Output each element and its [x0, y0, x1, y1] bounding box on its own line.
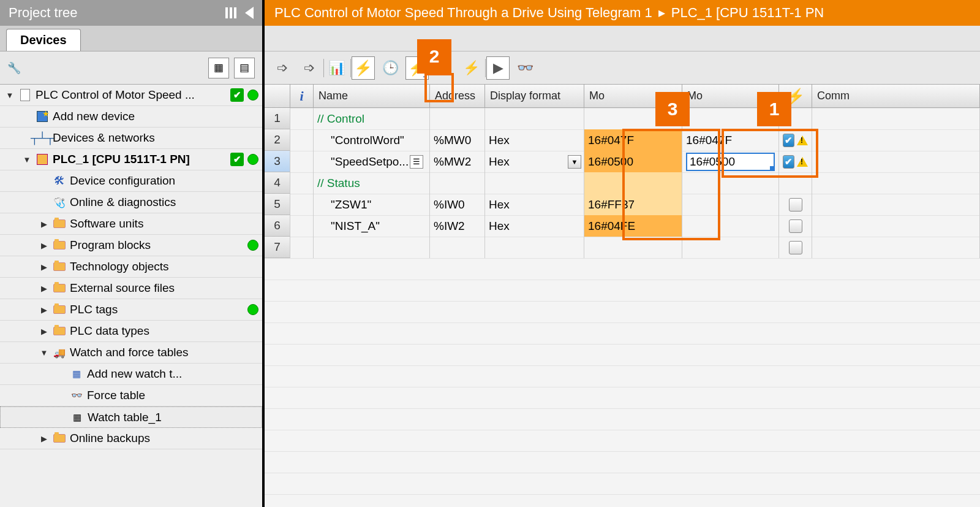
tree-node-icon: 🛠: [53, 174, 66, 188]
tree-item-program-blocks[interactable]: ▶Program blocks: [0, 235, 262, 256]
tree-status-online-icon: [247, 154, 258, 165]
tag-address[interactable]: %IW0: [434, 198, 465, 212]
modify-checkbox[interactable]: [789, 241, 802, 254]
row-number[interactable]: 5: [265, 194, 290, 215]
goto-icon[interactable]: ▶: [486, 56, 510, 80]
insert-row-before-icon[interactable]: ➩: [298, 56, 321, 80]
tree-item-watch-and-force-tables[interactable]: ▼🚚Watch and force tables: [0, 342, 262, 364]
tree-expander-icon[interactable]: ▶: [39, 284, 49, 293]
table-row[interactable]: 7: [265, 237, 980, 258]
watch-table-body[interactable]: 1// Control2"ControlWord"%MW0Hex16#047F1…: [265, 108, 980, 507]
tree-expander-icon[interactable]: ▶: [39, 305, 49, 314]
tree-item-plc-tags[interactable]: ▶PLC tags: [0, 299, 262, 321]
modify-value[interactable]: 16#047F: [686, 134, 732, 147]
tree-expander-icon[interactable]: ▶: [39, 262, 49, 272]
glasses-icon[interactable]: 👓: [513, 56, 537, 80]
col-address[interactable]: Address: [430, 85, 485, 107]
tree-item-online-diagnostics[interactable]: 🩺Online & diagnostics: [0, 192, 262, 213]
tree-item-label: Online backups: [70, 432, 258, 445]
tree-item-plc-1-cpu-1511t-1-pn[interactable]: ▼PLC_1 [CPU 1511T-1 PN]✔: [0, 149, 262, 170]
tree-tool-left-icon[interactable]: 🔧: [7, 61, 21, 75]
tree-item-add-new-device[interactable]: ★Add new device: [0, 106, 262, 128]
tree-expander-icon[interactable]: ▶: [39, 219, 49, 229]
tree-item-label: Program blocks: [70, 238, 244, 252]
row-number[interactable]: 6: [265, 215, 290, 237]
tree-expander-icon[interactable]: ▶: [39, 434, 49, 443]
tab-devices[interactable]: Devices: [6, 29, 81, 51]
tag-address[interactable]: %IW2: [434, 219, 465, 233]
modify-checkbox[interactable]: ✔: [783, 134, 794, 147]
tag-address[interactable]: %MW0: [434, 134, 471, 147]
tree-node-icon: 🩺: [53, 196, 66, 209]
display-format[interactable]: Hex: [489, 155, 510, 169]
tag-name[interactable]: "ControlWord": [331, 134, 404, 147]
row-number[interactable]: 7: [265, 237, 290, 258]
modify-checkbox[interactable]: [789, 198, 802, 212]
tree-item-force-table[interactable]: 👓Force table: [0, 385, 262, 406]
tag-name[interactable]: "NIST_A": [331, 219, 380, 233]
col-comment[interactable]: Comm: [812, 85, 980, 107]
tree-expander-icon[interactable]: ▶: [39, 241, 49, 250]
tree-expander-icon[interactable]: ▼: [22, 155, 32, 164]
monitor-timer-icon[interactable]: 🕒: [379, 56, 402, 80]
tag-address[interactable]: %MW2: [434, 155, 471, 169]
tree-item-external-source-files[interactable]: ▶External source files: [0, 278, 262, 299]
collapse-panel-icon[interactable]: [245, 7, 254, 19]
monitor-value: 16#04FE: [588, 219, 635, 233]
tree-item-plc-control-of-motor-speed[interactable]: ▼PLC Control of Motor Speed ...✔: [0, 85, 262, 106]
row-number[interactable]: 4: [265, 172, 290, 194]
tree-item-software-units[interactable]: ▶Software units: [0, 213, 262, 235]
tree-node-icon: [36, 153, 49, 166]
monitor-once-icon[interactable]: ⚡: [352, 56, 375, 80]
insert-row-icon[interactable]: ➩: [271, 56, 294, 80]
format-dropdown-icon[interactable]: ▼: [568, 155, 581, 169]
table-row[interactable]: 5"ZSW1"%IW0Hex16#FF37: [265, 194, 980, 215]
tree-item-label: PLC Control of Motor Speed ...: [36, 88, 227, 102]
table-row[interactable]: 3"SpeedSetpo...☰%MW2Hex▼16#050016#0500✔: [265, 151, 980, 172]
name-browse-icon[interactable]: ☰: [410, 155, 423, 169]
col-rownum: [265, 85, 290, 107]
tree-item-label: PLC tags: [70, 303, 244, 316]
columns-icon[interactable]: [225, 7, 236, 18]
table-row[interactable]: 6"NIST_A"%IW2Hex16#04FE: [265, 215, 980, 237]
tree-item-devices-networks[interactable]: ┬┴┬Devices & networks: [0, 128, 262, 149]
tree-item-plc-data-types[interactable]: ▶PLC data types: [0, 321, 262, 342]
modify-checkbox[interactable]: [789, 219, 802, 233]
tree-status-online-icon: [247, 90, 258, 101]
right-titlebar: PLC Control of Motor Speed Through a Dri…: [265, 0, 980, 26]
table-row[interactable]: 1// Control: [265, 108, 980, 129]
display-format[interactable]: Hex: [489, 198, 510, 212]
project-tree[interactable]: ▼PLC Control of Motor Speed ...✔★Add new…: [0, 85, 262, 507]
tree-item-label: Devices & networks: [53, 131, 258, 145]
tree-item-technology-objects[interactable]: ▶Technology objects: [0, 256, 262, 278]
tree-expander-icon[interactable]: ▶: [39, 327, 49, 336]
tree-item-add-new-watch-t[interactable]: ▦Add new watch t...: [0, 364, 262, 385]
modify-value-input[interactable]: 16#0500: [686, 153, 775, 171]
tree-view-list-icon[interactable]: ▤: [234, 58, 255, 78]
table-row[interactable]: 2"ControlWord"%MW0Hex16#047F16#047F✔: [265, 129, 980, 151]
row-number[interactable]: 1: [265, 108, 290, 129]
tree-item-label: Technology objects: [70, 260, 258, 273]
tree-node-icon: [53, 303, 66, 316]
tag-name[interactable]: "ZSW1": [331, 198, 371, 212]
tree-expander-icon[interactable]: ▼: [39, 348, 49, 357]
modify-checkbox[interactable]: ✔: [783, 155, 794, 169]
col-name[interactable]: Name: [314, 85, 430, 107]
row-number[interactable]: 3: [265, 151, 290, 172]
tag-name[interactable]: "SpeedSetpo...: [331, 155, 409, 169]
table-row[interactable]: 4// Status: [265, 172, 980, 194]
tree-status-check-icon: ✔: [230, 153, 244, 166]
display-format[interactable]: Hex: [489, 134, 510, 147]
tree-item-watch-table-1[interactable]: ▦Watch table_1: [0, 406, 262, 428]
display-format[interactable]: Hex: [489, 219, 510, 233]
row-number[interactable]: 2: [265, 129, 290, 151]
tree-item-online-backups[interactable]: ▶Online backups: [0, 428, 262, 449]
monitor-all-icon[interactable]: 📊: [325, 56, 348, 80]
col-display-format[interactable]: Display format: [485, 85, 584, 107]
tree-item-device-configuration[interactable]: 🛠Device configuration: [0, 170, 262, 192]
modify-all-icon[interactable]: ⚡: [459, 56, 483, 80]
tree-expander-icon[interactable]: ▼: [5, 91, 15, 100]
row-info: [290, 172, 314, 194]
tree-view-grid-icon[interactable]: ▦: [208, 58, 229, 78]
tree-node-icon: ▦: [70, 411, 84, 424]
